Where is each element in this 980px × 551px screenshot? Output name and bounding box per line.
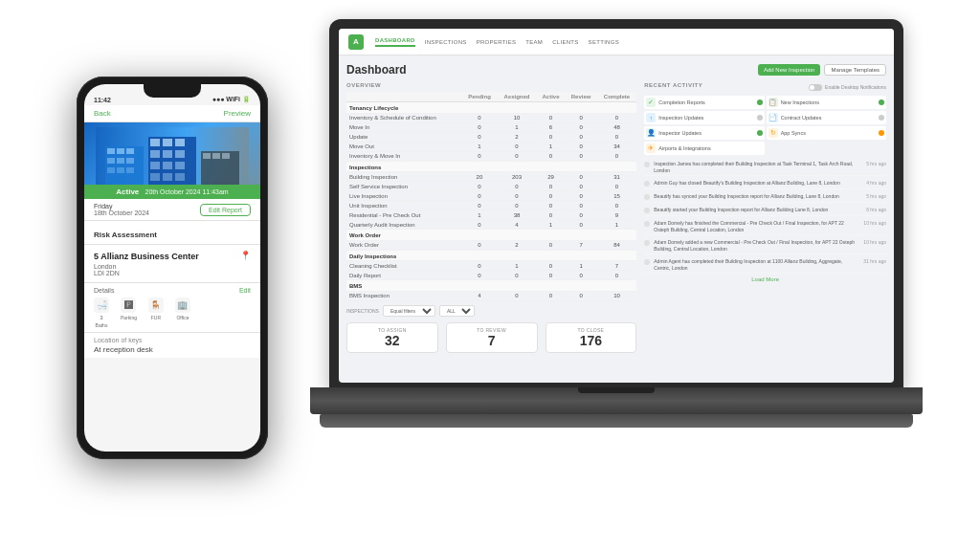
manage-templates-button[interactable]: Manage Templates bbox=[824, 64, 886, 76]
dashboard-btn-group: Add New Inspection Manage Templates bbox=[758, 64, 886, 76]
table-row: Self Service Inspection00000 bbox=[346, 182, 636, 191]
feed-text: Inspection James has completed their Bui… bbox=[654, 161, 862, 173]
add-inspection-button[interactable]: Add New Inspection bbox=[758, 64, 820, 76]
phone: 11:42 ●●● WiFi 🔋 Back Preview bbox=[77, 77, 268, 459]
phone-hero: Active 20th October 2024 11:43am bbox=[84, 122, 260, 199]
svg-rect-21 bbox=[150, 173, 160, 181]
activity-item-airports[interactable]: ✈ Airports & Integrations bbox=[644, 142, 764, 155]
table-row: Work Order020784 bbox=[346, 240, 636, 250]
nav-item-settings[interactable]: SETTINGS bbox=[589, 39, 619, 45]
phone-back-button[interactable]: Back bbox=[94, 109, 111, 118]
feed-text: Adam Domely has finished the Commercial … bbox=[654, 220, 859, 232]
section-tenancy: Tenancy Lifecycle bbox=[346, 102, 636, 114]
phone-notch bbox=[144, 84, 201, 98]
phone-edit-report-button[interactable]: Edit Report bbox=[200, 204, 251, 216]
baths-icon: 🛁 bbox=[94, 298, 109, 313]
svg-rect-8 bbox=[107, 167, 115, 173]
dashboard-left: OVERVIEW Pending Assigned Active bbox=[346, 82, 636, 365]
nav-items: DASHBOARD INSPECTIONS PROPERTIES TEAM CL… bbox=[375, 37, 619, 47]
laptop: A DASHBOARD INSPECTIONS PROPERTIES TEAM … bbox=[310, 19, 923, 517]
nav-item-properties[interactable]: PROPERTIES bbox=[477, 39, 517, 45]
svg-rect-10 bbox=[126, 167, 134, 173]
nav-item-dashboard[interactable]: DASHBOARD bbox=[375, 37, 415, 47]
phone-date-row: Friday 18th October 2024 Edit Report bbox=[84, 199, 260, 221]
svg-rect-3 bbox=[117, 148, 124, 154]
svg-rect-25 bbox=[203, 153, 211, 159]
amenity-office: 🏢 Office bbox=[175, 298, 190, 328]
svg-rect-5 bbox=[107, 158, 115, 164]
svg-rect-16 bbox=[163, 150, 172, 158]
toggle-label: Enable Desktop Notifications bbox=[825, 84, 886, 90]
phone-amenities: 🛁 3 Baths 🅿 Parking 🪑 FUR bbox=[94, 298, 251, 328]
feed-dot bbox=[644, 221, 650, 227]
new-insp-label: New Inspections bbox=[781, 99, 819, 105]
nav-item-clients[interactable]: CLIENTS bbox=[552, 39, 578, 45]
col-header-assigned: Assigned bbox=[497, 92, 536, 102]
parking-label: Parking bbox=[121, 315, 137, 320]
keys-label: Location of keys bbox=[94, 337, 251, 343]
notifications-toggle[interactable]: Enable Desktop Notifications bbox=[809, 84, 886, 91]
new-insp-icon: 📋 bbox=[768, 98, 778, 107]
insp-updates-label: Inspection Updates bbox=[658, 115, 703, 121]
feed-text: Admin Agent has completed their Building… bbox=[654, 258, 859, 271]
phone-details-header: Details Edit bbox=[94, 287, 251, 294]
sync-label: App Syncs bbox=[781, 130, 806, 136]
status-dot-green2 bbox=[879, 99, 884, 105]
table-row: Unit Inspection00000 bbox=[346, 201, 636, 210]
table-row: Quarterly Audit Inspection04101 bbox=[346, 220, 636, 230]
stat-review-value: 7 bbox=[451, 333, 533, 348]
feed-dot bbox=[644, 162, 650, 167]
activity-item-contract-updates[interactable]: 📄 Contract Updates bbox=[767, 111, 886, 124]
completion-label: Completion Reports bbox=[658, 99, 705, 105]
filter-equal[interactable]: Equal filters bbox=[383, 305, 435, 317]
insp-updates-icon: ↑ bbox=[646, 113, 656, 122]
baths-text: Baths bbox=[96, 322, 108, 328]
col-header-complete: Complete bbox=[597, 92, 637, 102]
nav-item-team[interactable]: TEAM bbox=[525, 39, 543, 45]
details-edit-link[interactable]: Edit bbox=[239, 287, 251, 294]
activity-item-new-inspections[interactable]: 📋 New Inspections bbox=[767, 96, 886, 109]
phone-preview-button[interactable]: Preview bbox=[224, 109, 251, 118]
svg-rect-9 bbox=[117, 167, 124, 173]
section-workorder: Work Order bbox=[346, 230, 636, 241]
inspector-label: Inspector Updates bbox=[658, 130, 702, 136]
phone-details: Details Edit 🛁 3 Baths 🅿 Parking bbox=[84, 283, 260, 333]
contract-label: Contract Updates bbox=[781, 115, 822, 121]
activity-item-completion[interactable]: ✓ Completion Reports bbox=[644, 96, 764, 109]
status-dot-grey bbox=[757, 115, 763, 121]
svg-rect-6 bbox=[117, 158, 124, 164]
toggle-switch-icon bbox=[809, 84, 822, 91]
feed-item: Inspection James has completed their Bui… bbox=[644, 159, 886, 176]
activity-grid: ✓ Completion Reports 📋 New Inspections bbox=[644, 96, 886, 155]
keys-value: At reception desk bbox=[94, 345, 251, 354]
fur-icon: 🪑 bbox=[148, 298, 164, 313]
feed-text: Beautify started your Building Inspectio… bbox=[654, 207, 862, 213]
feed-item: Admin Agent has completed their Building… bbox=[644, 256, 886, 274]
laptop-bezel: A DASHBOARD INSPECTIONS PROPERTIES TEAM … bbox=[329, 19, 903, 392]
activity-item-app-syncs[interactable]: ↻ App Syncs bbox=[767, 126, 886, 140]
feed-text: Beautify has synced your Building Inspec… bbox=[654, 193, 862, 200]
stat-to-assign: TO ASSIGN 32 bbox=[346, 322, 438, 353]
table-row: Daily Report00000 bbox=[346, 271, 636, 280]
laptop-screen: A DASHBOARD INSPECTIONS PROPERTIES TEAM … bbox=[339, 29, 894, 383]
filter-row: INSPECTIONS Equal filters ALL bbox=[346, 305, 636, 317]
activity-item-inspector-updates[interactable]: 👤 Inspector Updates bbox=[644, 126, 764, 140]
recent-label: RECENT ACTIVITY bbox=[644, 82, 702, 88]
phone-status-text: Active bbox=[116, 187, 139, 196]
load-more-button[interactable]: Load More bbox=[644, 276, 886, 282]
svg-rect-22 bbox=[163, 173, 172, 181]
airports-icon: ✈ bbox=[646, 143, 656, 153]
phone-date-day: Friday bbox=[94, 203, 149, 209]
phone-risk-label: Risk Assessment bbox=[84, 221, 260, 245]
activity-item-inspection-updates[interactable]: ↑ Inspection Updates bbox=[644, 111, 764, 124]
amenity-fur: 🪑 FUR bbox=[148, 298, 164, 328]
feed-item: Adam Domely added a new Commercial - Pre… bbox=[644, 237, 886, 254]
svg-rect-7 bbox=[126, 158, 134, 164]
dashboard-title: Dashboard bbox=[346, 63, 407, 77]
table-row: Residential - Pre Check Out138009 bbox=[346, 210, 636, 220]
stats-row: TO ASSIGN 32 TO REVIEW 7 TO CLOSE bbox=[346, 322, 636, 353]
feed-dot bbox=[644, 181, 650, 187]
filter-all[interactable]: ALL bbox=[439, 305, 475, 317]
nav-item-inspections[interactable]: INSPECTIONS bbox=[425, 39, 467, 45]
office-icon: 🏢 bbox=[175, 298, 190, 313]
